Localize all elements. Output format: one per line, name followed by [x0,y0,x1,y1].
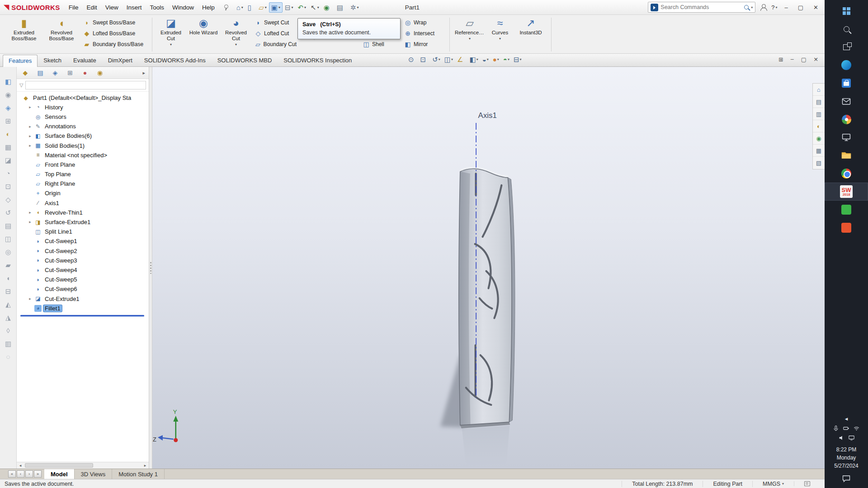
custom-properties-cell[interactable] [794,481,820,486]
tree-item[interactable]: ▸ ∕ Axis1 [17,198,149,208]
wrap-button[interactable]: ◎ Wrap [404,18,444,27]
tree-item[interactable]: ▸ ◧ Surface Bodies(6) [17,131,149,141]
wifi-icon[interactable] [853,425,860,432]
lofted-boss-base-button[interactable]: ◆ Lofted Boss/Base [83,28,146,38]
menu-item[interactable]: Window [168,2,198,13]
scroll-track[interactable] [24,462,142,469]
cast-screen-icon[interactable] [848,435,855,441]
bottom-nav-button[interactable]: › [25,470,33,478]
dropdown-caret-icon[interactable]: ▾ [304,5,306,9]
pin-menubar-icon[interactable] [222,4,229,10]
tree-item[interactable]: ▸ ◨ Surface-Extrude1 [17,217,149,227]
scroll-right-icon[interactable]: ▸ [142,463,149,468]
reference-geometry-button[interactable]: ▱ Reference Geometry ▾ [453,16,486,53]
revolved-cut-button[interactable]: ◕ Revolved Cut ▾ [221,16,251,53]
left-toolbar-icon[interactable]: ⊞ [0,114,16,127]
left-toolbar-icon[interactable]: ◭ [0,298,16,311]
left-toolbar-icon[interactable]: ▤ [0,219,16,232]
tree-filter-input[interactable] [25,81,146,89]
headsup-button[interactable]: ⊟ ▾ [512,55,523,64]
command-tab[interactable]: SOLIDWORKS Inspection [278,54,358,66]
task-view-button[interactable] [825,38,868,56]
menu-item[interactable]: Help [198,2,219,13]
tree-item[interactable]: ▸ ◗ Cut-Sweep4 [17,265,149,275]
dropdown-caret-icon[interactable]: ▾ [508,57,509,61]
orange-app-button[interactable] [825,219,868,237]
taskbar-search-button[interactable] [825,20,868,38]
command-tab[interactable]: SOLIDWORKS MBD [212,54,278,66]
scroll-thumb[interactable] [25,463,93,468]
view-tab[interactable]: Model [44,469,75,479]
left-toolbar-icon[interactable]: ◎ [0,245,16,258]
headsup-button[interactable]: ↺ ▾ [431,55,442,64]
tree-item[interactable]: ▸ ◔ History [17,103,149,112]
close-button[interactable]: ✕ [811,3,821,12]
start-button[interactable] [825,2,868,20]
restore-button[interactable]: ▢ [795,3,806,12]
pane-window-button[interactable]: ✕ [814,56,818,63]
quick-access-button[interactable]: ✲ ▾ [348,2,361,13]
expand-arrow-icon[interactable]: ▸ [28,210,33,215]
bottom-nav-button[interactable]: « [8,470,16,478]
revolved-boss-base-button[interactable]: ◖ Revolved Boss/Base [43,16,80,53]
hidden-icons-chevron[interactable]: ◂ [845,415,848,422]
photos-button[interactable] [825,110,868,128]
left-toolbar-icon[interactable]: ◉ [0,88,16,101]
pane-window-button[interactable]: ▢ [801,56,807,63]
manager-tab[interactable]: ◆ [19,68,32,78]
dropdown-caret-icon[interactable]: ▾ [241,5,243,9]
quick-access-button[interactable]: ▯ ▾ [245,2,256,13]
quick-access-button[interactable]: ⌂ ▾ [234,2,245,13]
task-pane-tab[interactable]: ▤ [813,96,825,108]
extruded-boss-base-button[interactable]: ▮ Extruded Boss/Base [6,16,42,53]
graphics-viewport[interactable]: Axis1 Y Z ⌂ [152,67,825,469]
headsup-button[interactable]: ⊡ ▾ [419,55,430,64]
view-tab[interactable]: 3D Views [75,469,113,479]
tree-item[interactable]: ▸ ▱ Right Plane [17,179,149,189]
view-tab[interactable]: Motion Study 1 [112,469,165,479]
left-toolbar-icon[interactable]: ▰ [0,258,16,272]
tree-item[interactable]: ▸ ▱ Front Plane [17,160,149,169]
quick-access-button[interactable]: ◉ ▾ [321,2,335,13]
search-caret-icon[interactable]: ▾ [751,5,753,9]
dropdown-caret-icon[interactable]: ▾ [451,57,453,61]
left-toolbar-icon[interactable]: ◈ [0,101,16,114]
3d-model[interactable] [459,166,515,428]
dropdown-caret-icon[interactable]: ▾ [265,5,267,9]
quick-access-button[interactable]: ▣ ▾ [269,2,283,13]
expand-arrow-icon[interactable]: ▸ [28,105,33,110]
left-toolbar-icon[interactable]: ↺ [0,206,16,219]
manager-tab[interactable]: ⊞ [63,68,77,78]
scroll-left-icon[interactable]: ◂ [17,463,24,468]
expand-arrow-icon[interactable]: ▸ [28,296,33,301]
left-toolbar-icon[interactable]: ◊ [0,324,16,337]
search-input[interactable] [660,4,742,10]
menu-item[interactable]: Edit [82,2,101,13]
panel-splitter[interactable] [149,67,152,469]
mirror-button[interactable]: ◧ Mirror [404,39,444,49]
tree-root[interactable]: ◆ Part1 (Default<<Default>_Display Sta [17,93,149,103]
headsup-button[interactable]: ◧ ▾ [468,55,479,64]
bottom-nav-button[interactable]: ‹ [17,470,24,478]
command-tab[interactable]: DimXpert [102,54,138,66]
task-pane-tab[interactable]: ◉ [813,132,825,145]
manager-tab[interactable]: ▤ [33,68,47,78]
left-toolbar-icon[interactable]: ◔ [0,167,16,180]
extruded-cut-button[interactable]: ◪ Extruded Cut ▾ [156,16,186,53]
tree-item[interactable]: ▸ ◗ Cut-Sweep5 [17,275,149,284]
intersect-button[interactable]: ⊕ Intersect [404,28,444,38]
menu-item[interactable]: File [65,2,83,13]
headsup-button[interactable]: ◒ ▾ [481,55,490,64]
taskbar-clock[interactable]: 8:22 PM Monday 5/27/2024 [834,446,858,470]
left-toolbar-icon[interactable]: ◧ [0,75,16,88]
search-icon[interactable] [744,5,749,9]
lofted-cut-button[interactable]: ◇ Lofted Cut [255,28,297,38]
task-pane-tab[interactable]: ◐ [813,120,825,132]
task-pane-tab[interactable]: ▦ [813,145,825,157]
tree-item[interactable]: ▸ ✎ Annotations [17,122,149,131]
tree-item[interactable]: ▸ ◗ Cut-Sweep3 [17,256,149,265]
dropdown-caret-icon[interactable]: ▾ [499,37,501,41]
quick-access-button[interactable]: ▤ ▾ [335,2,348,13]
custom-properties-icon[interactable] [804,481,810,486]
left-toolbar-icon[interactable]: ▥ [0,337,16,350]
